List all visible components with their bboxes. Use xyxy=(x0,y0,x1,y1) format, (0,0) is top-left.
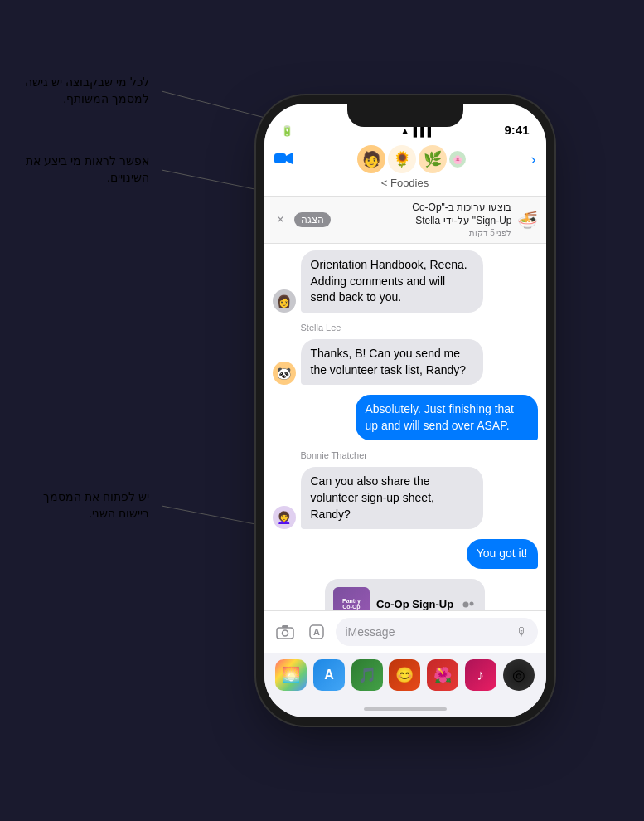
document-share-icon xyxy=(460,600,477,610)
avatar-extra: 🌸 xyxy=(449,151,466,168)
status-time: 9:41 xyxy=(504,123,529,137)
svg-point-6 xyxy=(470,602,474,606)
group-avatars[interactable]: 🧑 🌻 🌿 🌸 xyxy=(357,145,466,173)
messages-list: 👩 Orientation Handbook, Reena. Adding co… xyxy=(264,244,546,610)
annotation-1: לכל מי שבקבוצה יש גישה למסמך המשותף. xyxy=(17,75,149,107)
wifi-icon: ▲ xyxy=(400,125,410,137)
avatar-2: 🌻 xyxy=(388,145,416,173)
home-indicator xyxy=(264,701,546,717)
document-info: Co-Op Sign-Up מסמך Pages xyxy=(376,598,453,610)
message-bubble[interactable]: Thanks, B! Can you send me the volunteer… xyxy=(301,339,483,385)
message-row: 🐼 Thanks, B! Can you send me the volunte… xyxy=(273,339,538,385)
document-icon: Pantry Co-Op VOLUNTEER SIGN-UP FORM xyxy=(333,587,370,610)
message-row: Absolutely. Just finishing that up and w… xyxy=(273,395,538,440)
pinned-message-bar[interactable]: × הצגה בוצעו עריכות ב-"Co-Op Sign-Up" על… xyxy=(264,197,546,244)
message-bubble[interactable]: You got it! xyxy=(467,539,538,569)
pinned-message-text: בוצעו עריכות ב-"Co-Op Sign-Up" על-ידי St… xyxy=(336,202,512,238)
annotation-2: אפשר לראות מי ביצע את השינויים. xyxy=(17,153,149,186)
tray-stickers-button[interactable]: 🌺 xyxy=(427,659,458,691)
svg-rect-9 xyxy=(282,625,288,628)
svg-rect-3 xyxy=(274,153,286,163)
message-row: 👩‍🦱 Can you also share the volunteer sig… xyxy=(273,467,538,529)
app-store-button[interactable]: A xyxy=(304,619,329,644)
tray-audio-button[interactable]: 🎵 xyxy=(351,659,383,691)
document-title: Co-Op Sign-Up xyxy=(376,598,453,610)
input-placeholder: iMessage xyxy=(346,625,395,639)
phone-shell: 🔋 ▲ ▌▌▌ 9:41 🧑 🌻 🌿 xyxy=(264,104,546,717)
message-input[interactable]: iMessage 🎙 xyxy=(336,618,538,646)
pinned-emoji: 🍜 xyxy=(517,210,538,230)
pinned-view-badge[interactable]: הצגה xyxy=(294,212,331,227)
signal-icon: ▌▌▌ xyxy=(414,125,435,137)
nav-header: 🧑 🌻 🌿 🌸 › < Foodies xyxy=(264,140,546,197)
document-bubble[interactable]: Pantry Co-Op VOLUNTEER SIGN-UP FORM Co-O… xyxy=(325,579,485,610)
sender-name: Bonnie Thatcher xyxy=(301,450,538,460)
tray-photos-button[interactable]: 🌅 xyxy=(275,659,307,691)
avatar-3: 🌿 xyxy=(419,145,447,173)
svg-text:A: A xyxy=(313,627,320,637)
tray-music-button[interactable]: ♪ xyxy=(465,659,496,691)
message-bubble[interactable]: Absolutely. Just finishing that up and w… xyxy=(356,395,538,440)
avatar-1: 🧑 xyxy=(357,145,385,173)
sender-name: Stella Lee xyxy=(301,323,538,333)
message-row: You got it! xyxy=(273,539,538,569)
avatar: 🐼 xyxy=(273,362,296,385)
app-tray: 🌅 A 🎵 😊 🌺 ♪ ◎ xyxy=(264,653,546,701)
tray-fitness-button[interactable]: ◎ xyxy=(503,659,535,691)
message-bubble[interactable]: Orientation Handbook, Reena. Adding comm… xyxy=(301,250,483,313)
notch xyxy=(347,104,463,127)
video-call-button[interactable] xyxy=(274,150,293,169)
group-name: < Foodies xyxy=(274,177,536,189)
microphone-icon[interactable]: 🎙 xyxy=(516,625,528,639)
detail-chevron[interactable]: › xyxy=(531,151,536,168)
pinned-close-button[interactable]: × xyxy=(273,211,289,228)
svg-point-5 xyxy=(463,602,469,608)
home-bar xyxy=(364,707,447,711)
input-bar: A iMessage 🎙 xyxy=(264,610,546,653)
svg-point-8 xyxy=(282,630,288,636)
svg-marker-4 xyxy=(286,153,293,164)
avatar: 👩‍🦱 xyxy=(273,506,296,529)
tray-memoji-button[interactable]: 😊 xyxy=(389,659,420,691)
document-message-row: Pantry Co-Op VOLUNTEER SIGN-UP FORM Co-O… xyxy=(273,579,538,610)
svg-rect-7 xyxy=(277,628,293,639)
avatar: 👩 xyxy=(273,289,296,313)
message-row: 👩 Orientation Handbook, Reena. Adding co… xyxy=(273,250,538,313)
tray-appstore-button[interactable]: A xyxy=(313,659,345,691)
camera-button[interactable] xyxy=(273,619,298,644)
message-bubble[interactable]: Can you also share the volunteer sign-up… xyxy=(301,467,483,529)
annotation-3: יש לפתוח את המסמך ביישום השני. xyxy=(17,489,149,522)
